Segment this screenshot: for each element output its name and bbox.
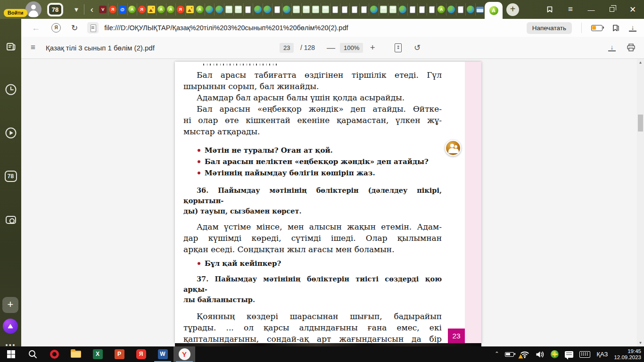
chevron-down-icon[interactable]: ▼	[71, 4, 82, 15]
background-tab[interactable]	[379, 3, 388, 16]
vertical-scrollbar[interactable]: ▲ ▼	[637, 59, 644, 346]
excel-app-button[interactable]: X	[87, 346, 108, 362]
background-tab[interactable]	[475, 3, 485, 16]
background-tab[interactable]	[446, 3, 456, 16]
background-tab[interactable]: Я	[175, 3, 185, 16]
background-tab[interactable]	[185, 3, 195, 16]
background-tab[interactable]	[369, 3, 379, 16]
back-icon[interactable]: ←	[32, 23, 40, 33]
taskbar-clock[interactable]: 19:45 12.09.2023	[614, 348, 641, 361]
background-tab[interactable]	[263, 3, 272, 16]
background-tab[interactable]	[456, 3, 466, 16]
downloads-icon[interactable]: ↓	[629, 24, 636, 32]
taskbar-search-button[interactable]	[22, 346, 43, 362]
background-tab[interactable]	[147, 3, 157, 16]
power-saving-icon[interactable]	[591, 25, 603, 31]
close-button[interactable]: ✕	[627, 4, 638, 15]
panels-icon[interactable]	[0, 41, 21, 53]
sidebar-add-button[interactable]: +	[2, 297, 18, 313]
tray-expand-icon[interactable]: ⌃	[495, 351, 499, 357]
yandex-app-button[interactable]: Я	[130, 346, 152, 362]
background-tab[interactable]	[301, 3, 311, 16]
current-page-input[interactable]: 23	[280, 37, 294, 58]
download-pdf-button[interactable]: ↓	[608, 37, 616, 58]
history-clock-icon[interactable]	[0, 83, 21, 96]
opera-app-button[interactable]	[43, 346, 65, 362]
background-tab[interactable]	[272, 3, 282, 16]
pdf-menu-icon[interactable]: ≡	[31, 37, 35, 58]
background-tab[interactable]: A	[195, 3, 205, 16]
menu-icon[interactable]: ≡	[565, 4, 576, 15]
background-tab[interactable]	[291, 3, 301, 16]
background-tab[interactable]	[407, 3, 417, 16]
scrollbar-thumb[interactable]	[638, 115, 643, 132]
background-tab[interactable]	[282, 3, 292, 16]
volume-icon[interactable]	[536, 351, 545, 358]
url-text[interactable]: file:///D:/ОҚУЛЫҚТАР/Қазақ%20тілі%203%20…	[104, 24, 348, 32]
background-tab[interactable]	[417, 3, 427, 16]
print-page-button[interactable]: Напечатать	[527, 22, 572, 34]
profile-avatar[interactable]	[25, 1, 41, 17]
background-tab[interactable]: A	[156, 3, 166, 16]
background-tab[interactable]: A	[166, 3, 176, 16]
background-tab[interactable]: Я	[108, 3, 118, 16]
login-button[interactable]: Войти	[4, 9, 27, 17]
scroll-down-icon[interactable]: ▼	[637, 339, 644, 346]
new-tab-button[interactable]: +	[506, 3, 519, 16]
protect-badge-icon[interactable]: Я	[51, 23, 61, 33]
zoom-in-button[interactable]: +	[370, 37, 375, 58]
file-explorer-button[interactable]	[65, 346, 87, 362]
background-tab[interactable]	[330, 3, 340, 16]
minimize-button[interactable]: —	[586, 4, 597, 15]
background-tab[interactable]	[349, 3, 359, 16]
background-tab[interactable]	[398, 3, 408, 16]
start-button[interactable]	[0, 346, 22, 362]
screenshot-camera-icon[interactable]	[0, 213, 21, 226]
word-app-button[interactable]: W	[152, 346, 173, 362]
background-tab[interactable]	[427, 3, 437, 16]
background-tab[interactable]: A	[437, 3, 446, 16]
background-tab[interactable]: A	[127, 3, 137, 16]
zoom-level[interactable]: 100%	[340, 37, 363, 58]
restore-button[interactable]	[606, 4, 618, 15]
tab-counter[interactable]: 78	[47, 3, 63, 16]
battery-icon[interactable]	[505, 352, 514, 357]
fit-to-page-button[interactable]: ↕	[395, 37, 402, 58]
rotate-button[interactable]: ↺	[414, 37, 421, 58]
panels-button[interactable]	[544, 4, 555, 15]
background-tab[interactable]	[321, 3, 330, 16]
wifi-icon[interactable]	[520, 351, 529, 358]
background-tab[interactable]	[233, 3, 243, 16]
scroll-up-icon[interactable]: ▲	[637, 59, 644, 66]
thumb-favicon	[322, 6, 329, 13]
print-pdf-button[interactable]	[627, 37, 636, 58]
language-indicator[interactable]: ҚАЗ	[596, 351, 608, 358]
keyboard-icon[interactable]	[579, 351, 590, 358]
collections-icon[interactable]	[612, 24, 619, 32]
powerpoint-app-button[interactable]: P	[108, 346, 130, 362]
active-tab[interactable]: A	[485, 2, 503, 19]
background-tab[interactable]	[253, 3, 263, 16]
tabs-count-icon[interactable]: 78	[0, 170, 21, 183]
yandex-browser-button[interactable]: Y	[173, 346, 195, 362]
time: 19:45	[627, 348, 641, 354]
background-tab[interactable]	[340, 3, 350, 16]
background-tab[interactable]	[243, 3, 253, 16]
antivirus-icon[interactable]	[551, 350, 559, 358]
video-play-icon[interactable]	[0, 126, 21, 140]
background-tab[interactable]	[359, 3, 369, 16]
background-tab[interactable]	[388, 3, 398, 16]
background-tab[interactable]	[214, 3, 224, 16]
refresh-icon[interactable]: ↻	[71, 23, 78, 33]
background-tab[interactable]: @	[117, 3, 127, 16]
background-tab[interactable]	[205, 3, 215, 16]
background-tab[interactable]	[224, 3, 234, 16]
tab-scroll-left-icon[interactable]: ‹	[87, 3, 97, 16]
zoom-out-button[interactable]: —	[327, 37, 335, 58]
background-tab[interactable]: Я	[137, 3, 147, 16]
background-tab[interactable]: V	[98, 3, 108, 16]
background-tab[interactable]	[465, 3, 475, 16]
background-tab[interactable]	[311, 3, 321, 16]
messenger-icon[interactable]	[565, 351, 573, 358]
alice-assistant-button[interactable]	[3, 319, 18, 334]
